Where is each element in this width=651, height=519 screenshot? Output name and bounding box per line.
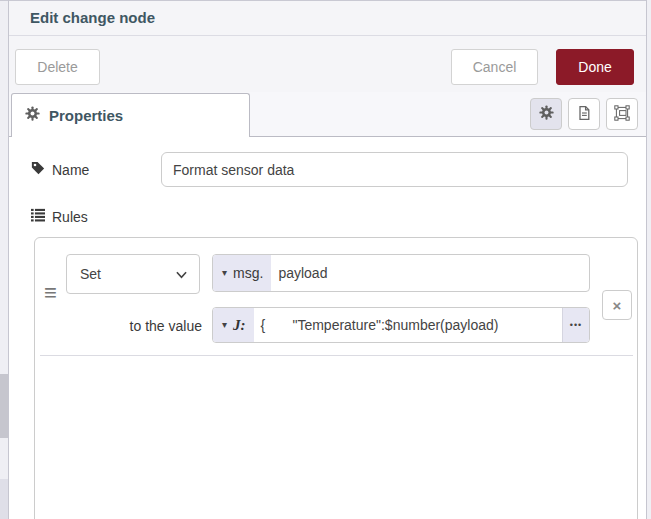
- appearance-frame-icon: [614, 105, 630, 124]
- dialog-title: Edit change node: [9, 1, 646, 34]
- property-type-label: msg.: [233, 265, 263, 281]
- property-type-button[interactable]: ▾ msg.: [213, 255, 271, 291]
- properties-form: Name Rules ≡ Set: [9, 137, 646, 519]
- dialog-header: Edit change node: [9, 0, 646, 36]
- expand-editor-button[interactable]: •••: [562, 308, 589, 342]
- name-row: Name: [31, 152, 646, 187]
- document-icon: [576, 105, 592, 124]
- delete-button[interactable]: Delete: [15, 49, 100, 85]
- properties-icon-button[interactable]: [530, 98, 562, 130]
- rules-label: Rules: [52, 209, 88, 225]
- jsonata-expression-icon: J:: [233, 317, 246, 334]
- description-icon-button[interactable]: [568, 98, 600, 130]
- tab-properties[interactable]: Properties: [11, 93, 250, 137]
- left-scrollbar-thumb[interactable]: [0, 374, 8, 438]
- rule-action-select[interactable]: Set: [66, 254, 200, 294]
- rules-list: ≡ Set ▾ msg. payload × to the value: [34, 237, 638, 519]
- gear-icon: [539, 105, 554, 123]
- property-value[interactable]: payload: [271, 255, 589, 291]
- rule-drag-handle[interactable]: ≡: [44, 282, 57, 304]
- rule-divider: [40, 355, 633, 356]
- name-label: Name: [52, 162, 89, 178]
- name-label-group: Name: [31, 161, 161, 178]
- tab-properties-label: Properties: [49, 107, 123, 124]
- to-the-value-label: to the value: [66, 308, 202, 344]
- dialog-toolbar: Delete Cancel Done: [9, 36, 646, 92]
- gear-icon: [25, 106, 40, 125]
- cancel-button[interactable]: Cancel: [451, 49, 538, 85]
- chevron-down-icon: [176, 266, 187, 282]
- list-icon: [31, 208, 45, 225]
- rules-label-group: Rules: [31, 208, 646, 225]
- rule-value-input[interactable]: ▾ J: { "Temperature":$number(payload) ••…: [212, 307, 590, 343]
- rule-action-value: Set: [80, 266, 101, 282]
- rule-property-input[interactable]: ▾ msg. payload: [212, 254, 590, 292]
- editor-tabbar: Properties: [9, 92, 646, 137]
- value-type-button[interactable]: ▾ J:: [213, 308, 254, 342]
- left-scrollbar-track[interactable]: [0, 0, 8, 519]
- appearance-icon-button[interactable]: [606, 98, 638, 130]
- value-expression[interactable]: { "Temperature":$number(payload): [254, 308, 562, 342]
- name-input[interactable]: [161, 152, 628, 187]
- tag-icon: [31, 161, 45, 178]
- left-scrollbar-end: [0, 479, 8, 519]
- caret-down-icon: ▾: [222, 268, 227, 278]
- delete-rule-button[interactable]: ×: [602, 290, 632, 320]
- edit-change-node-dialog: Edit change node Delete Cancel Done: [8, 0, 647, 519]
- tabbar-actions: [530, 98, 638, 130]
- caret-down-icon: ▾: [222, 320, 227, 330]
- done-button[interactable]: Done: [556, 49, 634, 85]
